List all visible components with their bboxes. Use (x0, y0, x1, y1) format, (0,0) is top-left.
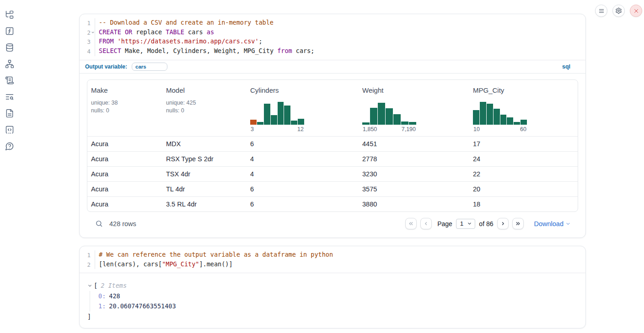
dependency-graph-icon[interactable] (5, 59, 14, 69)
histogram-bar (271, 115, 277, 125)
prev-page-button[interactable] (420, 218, 432, 229)
hist-max-label: 60 (520, 126, 526, 132)
line-number: 2 (80, 260, 91, 270)
page-label: Page (437, 220, 452, 227)
chevron-down-icon[interactable] (87, 283, 92, 288)
column-header-cylinders[interactable]: Cylinders 312 (247, 80, 359, 136)
table-cell: 6 (247, 201, 359, 208)
table-cell: 3230 (359, 170, 469, 178)
hamburger-icon (598, 8, 605, 14)
database-icon[interactable] (5, 43, 14, 52)
last-page-button[interactable] (512, 218, 524, 229)
function-square-icon[interactable] (5, 26, 14, 36)
code-text: FROM 'https://datasets.marimo.app/cars.c… (95, 37, 585, 47)
column-nulls-stat: nulls: 0 (166, 107, 243, 115)
line-number: 1 (80, 250, 91, 260)
tree-close-bracket: ] (87, 312, 585, 322)
first-page-button[interactable] (405, 218, 417, 229)
language-badge[interactable]: sql (562, 63, 570, 70)
file-tree-icon[interactable] (5, 10, 14, 19)
table-cell: 4 (247, 155, 359, 163)
search-icon[interactable] (94, 219, 103, 228)
table-row[interactable]: AcuraRSX Type S 2dr4277824 (87, 151, 578, 166)
tree-entry: 1:20.060747663551403 (98, 301, 585, 312)
document-icon[interactable] (5, 109, 14, 118)
tree-value: 428 (109, 292, 120, 300)
histogram-bar (378, 103, 385, 125)
column-header-make[interactable]: Make unique: 38 nulls: 0 (87, 80, 162, 136)
code-text: SELECT Make, Model, Cylinders, Weight, M… (95, 47, 585, 56)
download-button[interactable]: Download (534, 220, 571, 227)
hist-min-label: 3 (251, 126, 254, 132)
histogram-bar (401, 122, 408, 125)
table-row[interactable]: Acura3.5 RL 4dr6388018 (87, 196, 578, 211)
scroll-icon[interactable] (5, 76, 14, 85)
settings-button[interactable] (612, 5, 625, 17)
code-line[interactable]: 2[len(cars), cars["MPG_City"].mean()] (80, 260, 585, 270)
table-cell: 24 (469, 155, 578, 163)
tree-key: 1: (98, 302, 106, 310)
histogram-bar (494, 109, 500, 125)
line-number: 4 (80, 47, 91, 56)
table-cell: 4451 (359, 140, 469, 148)
table-row[interactable]: AcuraTL 4dr6357520 (87, 181, 578, 196)
table-cell: 3575 (359, 185, 469, 193)
table-cell: TSX 4dr (162, 170, 247, 178)
table-cell: 3.5 RL 4dr (162, 201, 247, 208)
hist-max-label: 12 (297, 126, 304, 132)
python-code-editor[interactable]: 1# We can reference the output variable … (80, 246, 585, 273)
menu-button[interactable] (595, 5, 607, 17)
table-cell: Acura (87, 185, 162, 193)
text-search-icon[interactable] (5, 92, 14, 101)
page-select[interactable]: 1 (456, 219, 476, 229)
next-page-button[interactable] (497, 218, 509, 229)
histogram-bar (362, 122, 370, 125)
column-header-model[interactable]: Model unique: 425 nulls: 0 (162, 80, 247, 136)
hist-max-label: 7,190 (402, 126, 416, 132)
chevron-down-icon (565, 221, 571, 227)
table-row[interactable]: AcuraTSX 4dr4323022 (87, 166, 578, 181)
output-variable-label: Output variable: (85, 63, 127, 70)
histogram-bar (514, 122, 520, 125)
table-cell: 4 (247, 170, 359, 178)
histogram-bar (487, 104, 493, 125)
tree-open-bracket: [ (94, 280, 97, 291)
help-icon[interactable] (5, 142, 14, 151)
sql-code-editor[interactable]: 1-- Download a CSV and create an in-memo… (80, 14, 585, 60)
fold-chevron-icon[interactable] (91, 28, 95, 37)
table-cell: 18 (469, 201, 578, 208)
tree-key: 0: (98, 292, 106, 300)
hist-min-label: 10 (473, 126, 480, 132)
table-row[interactable]: AcuraMDX6445117 (87, 136, 578, 151)
histogram-bar (257, 122, 263, 125)
code-line[interactable]: 1# We can reference the output variable … (80, 250, 585, 260)
code-line[interactable]: 3FROM 'https://datasets.marimo.app/cars.… (80, 37, 585, 47)
code-text: -- Download a CSV and create an in-memor… (95, 18, 585, 28)
histogram-bar (393, 114, 401, 125)
chevron-down-icon (467, 221, 472, 226)
table-cell: 6 (247, 140, 359, 148)
chevrons-left-icon (408, 221, 414, 227)
table-cell: TL 4dr (162, 185, 247, 193)
gear-icon (615, 7, 622, 14)
weight-histogram: 1,8507,190 (362, 101, 416, 132)
histogram-bar (480, 102, 486, 125)
table-header: Make unique: 38 nulls: 0 Model unique: 4… (87, 80, 578, 136)
table-cell: 6 (247, 185, 359, 193)
column-header-mpg-city[interactable]: MPG_City 1060 (469, 80, 578, 136)
table-cell: Acura (87, 170, 162, 178)
code-snippets-icon[interactable] (5, 125, 14, 134)
histogram-bar (298, 119, 304, 125)
python-output: [ 2 Items 0:428 1:20.060747663551403 ] (80, 273, 585, 328)
code-line[interactable]: 1-- Download a CSV and create an in-memo… (80, 18, 585, 28)
hist-min-label: 1,850 (363, 126, 377, 132)
histogram-bar (370, 108, 377, 125)
table-footer: 428 rows Page 1 of 86 (87, 214, 578, 234)
code-line[interactable]: 4SELECT Make, Model, Cylinders, Weight, … (80, 47, 585, 56)
chevron-left-icon (423, 221, 429, 227)
table-cell: 2778 (359, 155, 469, 163)
code-line[interactable]: 2CREATE OR replace TABLE cars as (80, 28, 585, 37)
shutdown-button[interactable] (630, 5, 642, 17)
output-variable-input[interactable] (132, 63, 167, 71)
column-header-weight[interactable]: Weight 1,8507,190 (359, 80, 469, 136)
